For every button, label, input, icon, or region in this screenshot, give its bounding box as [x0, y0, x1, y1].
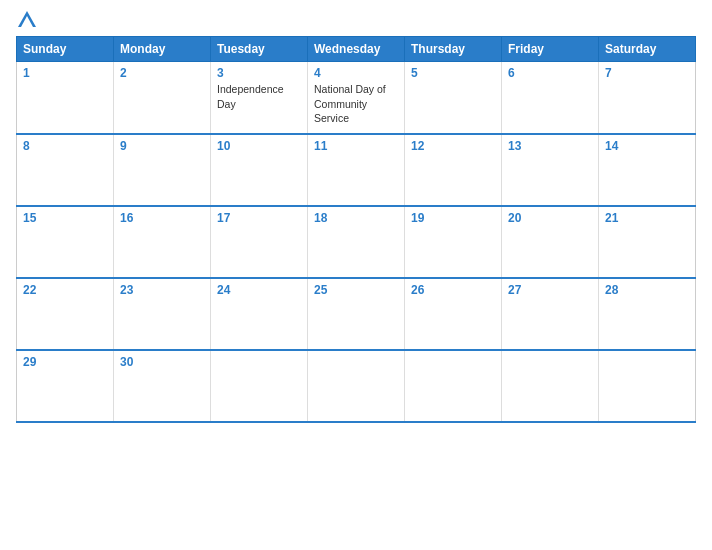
weekday-monday: Monday [114, 37, 211, 62]
header [16, 12, 696, 28]
calendar-cell: 1 [17, 62, 114, 134]
day-number: 6 [508, 66, 592, 80]
day-number: 29 [23, 355, 107, 369]
day-number: 22 [23, 283, 107, 297]
calendar-cell: 29 [17, 350, 114, 422]
calendar-cell: 12 [405, 134, 502, 206]
calendar-cell: 19 [405, 206, 502, 278]
day-number: 26 [411, 283, 495, 297]
calendar-cell: 6 [502, 62, 599, 134]
calendar-week-2: 891011121314 [17, 134, 696, 206]
weekday-saturday: Saturday [599, 37, 696, 62]
calendar-cell: 20 [502, 206, 599, 278]
day-number: 7 [605, 66, 689, 80]
calendar-cell: 26 [405, 278, 502, 350]
calendar-cell [308, 350, 405, 422]
day-number: 15 [23, 211, 107, 225]
day-number: 4 [314, 66, 398, 80]
logo [16, 12, 36, 28]
day-number: 16 [120, 211, 204, 225]
calendar-week-4: 22232425262728 [17, 278, 696, 350]
day-number: 14 [605, 139, 689, 153]
day-number: 12 [411, 139, 495, 153]
day-number: 11 [314, 139, 398, 153]
calendar-cell: 27 [502, 278, 599, 350]
calendar-cell: 18 [308, 206, 405, 278]
calendar-cell: 2 [114, 62, 211, 134]
day-number: 20 [508, 211, 592, 225]
page: SundayMondayTuesdayWednesdayThursdayFrid… [0, 0, 712, 550]
day-number: 24 [217, 283, 301, 297]
weekday-wednesday: Wednesday [308, 37, 405, 62]
logo-triangle-icon [18, 10, 36, 28]
day-number: 13 [508, 139, 592, 153]
calendar-week-3: 15161718192021 [17, 206, 696, 278]
day-number: 2 [120, 66, 204, 80]
calendar-cell: 24 [211, 278, 308, 350]
day-number: 10 [217, 139, 301, 153]
calendar-cell: 30 [114, 350, 211, 422]
day-number: 30 [120, 355, 204, 369]
calendar-cell: 21 [599, 206, 696, 278]
calendar-header: SundayMondayTuesdayWednesdayThursdayFrid… [17, 37, 696, 62]
event-label: Independence Day [217, 83, 284, 110]
weekday-thursday: Thursday [405, 37, 502, 62]
calendar-cell: 11 [308, 134, 405, 206]
weekday-sunday: Sunday [17, 37, 114, 62]
calendar-week-5: 2930 [17, 350, 696, 422]
event-label: National Day of Community Service [314, 83, 386, 124]
weekday-tuesday: Tuesday [211, 37, 308, 62]
calendar-cell: 17 [211, 206, 308, 278]
calendar-cell: 7 [599, 62, 696, 134]
calendar-cell [211, 350, 308, 422]
calendar-cell: 13 [502, 134, 599, 206]
day-number: 1 [23, 66, 107, 80]
day-number: 17 [217, 211, 301, 225]
calendar-cell: 16 [114, 206, 211, 278]
calendar-week-1: 123Independence Day4National Day of Comm… [17, 62, 696, 134]
calendar-cell: 22 [17, 278, 114, 350]
day-number: 19 [411, 211, 495, 225]
calendar-cell: 4National Day of Community Service [308, 62, 405, 134]
calendar-cell: 8 [17, 134, 114, 206]
weekday-friday: Friday [502, 37, 599, 62]
day-number: 28 [605, 283, 689, 297]
calendar-cell [599, 350, 696, 422]
calendar-cell [502, 350, 599, 422]
weekday-header-row: SundayMondayTuesdayWednesdayThursdayFrid… [17, 37, 696, 62]
day-number: 8 [23, 139, 107, 153]
calendar-cell: 10 [211, 134, 308, 206]
calendar-cell: 15 [17, 206, 114, 278]
day-number: 9 [120, 139, 204, 153]
calendar-cell: 9 [114, 134, 211, 206]
day-number: 27 [508, 283, 592, 297]
calendar-cell: 25 [308, 278, 405, 350]
calendar-body: 123Independence Day4National Day of Comm… [17, 62, 696, 422]
calendar-cell: 14 [599, 134, 696, 206]
calendar-cell: 5 [405, 62, 502, 134]
day-number: 21 [605, 211, 689, 225]
calendar-cell: 28 [599, 278, 696, 350]
day-number: 18 [314, 211, 398, 225]
calendar-table: SundayMondayTuesdayWednesdayThursdayFrid… [16, 36, 696, 423]
calendar-cell: 23 [114, 278, 211, 350]
day-number: 5 [411, 66, 495, 80]
day-number: 25 [314, 283, 398, 297]
calendar-cell [405, 350, 502, 422]
day-number: 3 [217, 66, 301, 80]
calendar-cell: 3Independence Day [211, 62, 308, 134]
day-number: 23 [120, 283, 204, 297]
